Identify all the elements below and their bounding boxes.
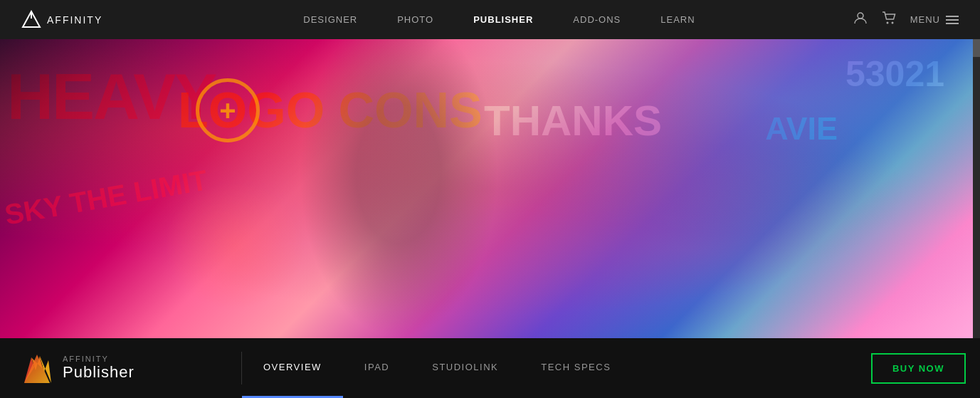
- affinity-logo-text: AFFINITY: [47, 14, 102, 26]
- user-icon[interactable]: [853, 11, 868, 28]
- sub-navigation: OVERVIEW IPAD STUDIOLINK TECH SPECS: [242, 338, 871, 398]
- nav-link-addons[interactable]: ADD-ONS: [553, 14, 641, 25]
- nav-right-controls: MENU: [853, 11, 959, 28]
- hamburger-icon: [946, 16, 959, 24]
- tab-tech-specs[interactable]: TECH SPECS: [520, 338, 632, 398]
- affinity-logo-icon: [21, 10, 41, 30]
- nav-links: DESIGNER PHOTO PUBLISHER ADD-ONS LEARN: [145, 14, 853, 25]
- svg-point-2: [858, 13, 863, 19]
- product-name-label: Publisher: [63, 363, 135, 382]
- menu-label: MENU: [910, 14, 940, 25]
- tab-overview[interactable]: OVERVIEW: [242, 338, 343, 398]
- nav-link-photo[interactable]: PHOTO: [377, 14, 453, 25]
- tab-studiolink[interactable]: STUDIOLINK: [411, 338, 520, 398]
- buy-now-button[interactable]: BUY NOW: [871, 353, 966, 384]
- nav-link-learn[interactable]: LEARN: [641, 14, 715, 25]
- nav-link-publisher[interactable]: PUBLISHER: [453, 14, 553, 25]
- svg-point-3: [886, 22, 888, 24]
- product-bottom-bar: AFFINITY Publisher OVERVIEW IPAD STUDIOL…: [0, 338, 980, 398]
- menu-button[interactable]: MENU: [910, 14, 959, 25]
- brand-logo[interactable]: AFFINITY: [21, 10, 102, 30]
- hero-image: HEAVY LOGO CONS 53021 sky the limit than…: [0, 39, 980, 338]
- product-affinity-label: AFFINITY: [63, 355, 135, 363]
- hero-text-overlay: HEAVY LOGO CONS 53021 sky the limit than…: [0, 39, 980, 338]
- top-navigation: AFFINITY DESIGNER PHOTO PUBLISHER ADD-ON…: [0, 0, 980, 39]
- nav-link-designer[interactable]: DESIGNER: [283, 14, 377, 25]
- tab-ipad[interactable]: IPAD: [343, 338, 411, 398]
- cart-icon[interactable]: [882, 11, 896, 28]
- product-name-group: AFFINITY Publisher: [63, 355, 135, 382]
- publisher-product-icon: [21, 352, 54, 384]
- product-brand-section: AFFINITY Publisher: [0, 352, 242, 384]
- svg-point-4: [891, 22, 893, 24]
